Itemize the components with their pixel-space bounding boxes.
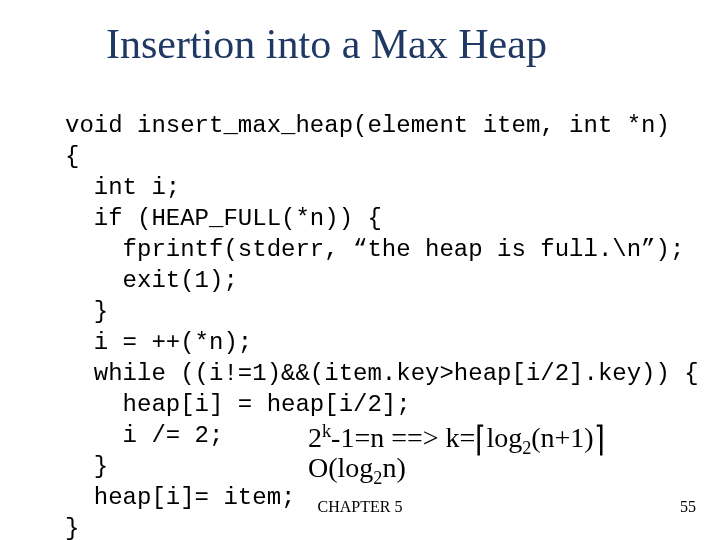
- code-line: }: [65, 298, 108, 325]
- slide: Insertion into a Max Heap void insert_ma…: [0, 0, 720, 540]
- term-2: 2: [308, 422, 322, 453]
- code-line: i = ++(*n);: [65, 329, 252, 356]
- footer-chapter: CHAPTER 5: [0, 498, 720, 516]
- ceiling-left: ⌈: [475, 419, 486, 460]
- code-line: i /= 2;: [65, 422, 223, 449]
- log-text: log: [486, 422, 522, 453]
- code-line: void insert_max_heap(element item, int *…: [65, 112, 670, 139]
- middle-text: -1=n ==> k=: [331, 422, 475, 453]
- ceiling-right: ⌉: [594, 419, 605, 460]
- code-line: if (HEAP_FULL(*n)) {: [65, 205, 382, 232]
- code-line: exit(1);: [65, 267, 238, 294]
- code-line: while ((i!=1)&&(item.key>heap[i/2].key))…: [65, 360, 699, 387]
- log-base-2: 2: [522, 438, 531, 458]
- big-o-prefix: O(log: [308, 452, 373, 483]
- big-o-suffix: n): [382, 452, 405, 483]
- slide-title: Insertion into a Max Heap: [106, 20, 690, 68]
- code-line: fprintf(stderr, “the heap is full.\n”);: [65, 236, 684, 263]
- code-line: heap[i] = heap[i/2];: [65, 391, 411, 418]
- code-line: }: [65, 515, 79, 540]
- footer-page-number: 55: [680, 498, 696, 516]
- code-line: int i;: [65, 174, 180, 201]
- exponent-k: k: [322, 421, 331, 441]
- log-arg: (n+1): [531, 422, 593, 453]
- big-o-complexity: O(log2n): [308, 452, 406, 489]
- code-line: }: [65, 453, 108, 480]
- code-line: {: [65, 143, 79, 170]
